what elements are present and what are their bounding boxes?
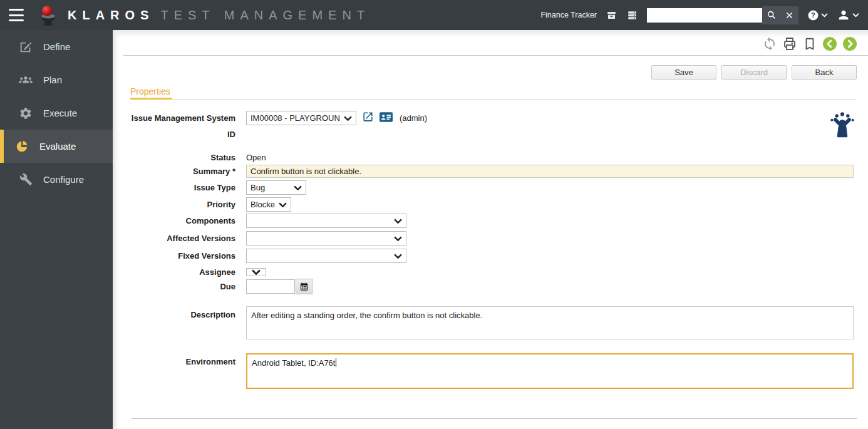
sidebar-item-label: Define: [43, 41, 70, 52]
tab-properties[interactable]: Properties: [130, 86, 170, 96]
affected-versions-label: Affected Versions: [113, 234, 241, 243]
priority-label: Priority: [113, 200, 241, 209]
top-bar: KLAROS TEST MANAGEMENT Finance Tracker ?: [0, 0, 868, 30]
issue-management-system-select[interactable]: IM00008 - PLAYGROUND: [246, 111, 356, 125]
tab-active-indicator: [130, 98, 172, 100]
wrench-icon: [18, 172, 33, 187]
text-cursor: [336, 358, 336, 367]
due-row: Due: [113, 279, 313, 294]
components-row: Components: [113, 214, 406, 228]
sidebar-item-plan[interactable]: Plan: [0, 63, 113, 96]
issue-type-select[interactable]: Bug: [246, 180, 306, 195]
description-label: Description: [113, 306, 241, 319]
project-selector-label[interactable]: Finance Tracker: [540, 11, 597, 19]
sidebar-item-configure[interactable]: Configure: [0, 163, 113, 196]
search-submit-icon[interactable]: [762, 6, 780, 24]
status-value: Open: [246, 153, 266, 162]
assignee-row: Assignee: [113, 267, 266, 277]
toolbar-divider: [123, 55, 868, 56]
description-textarea[interactable]: After editing a standing order, the conf…: [246, 306, 854, 339]
open-external-icon[interactable]: [362, 111, 374, 125]
status-label: Status: [113, 153, 241, 162]
sidebar-item-label: Plan: [43, 75, 62, 85]
app-subtitle: TEST MANAGEMENT: [160, 8, 370, 23]
environment-row: Environment Android Tablet, ID:A76t: [113, 353, 854, 389]
chevron-down-icon: [394, 254, 402, 259]
discard-button[interactable]: Discard: [721, 65, 787, 80]
navigate-next-icon[interactable]: [842, 36, 857, 51]
calendar-icon[interactable]: [296, 279, 313, 294]
print-icon[interactable]: [782, 36, 797, 51]
chevron-down-icon: [821, 13, 828, 18]
sidebar: Define Plan Execute Evaluate Configure: [0, 30, 113, 429]
project-archive-icon[interactable]: [606, 9, 617, 21]
help-icon: ?: [807, 9, 819, 21]
due-label: Due: [113, 282, 241, 291]
klaros-logo: [36, 3, 60, 27]
chevron-down-icon: [279, 202, 287, 207]
assignee-label: Assignee: [113, 267, 241, 277]
sidebar-item-label: Execute: [43, 108, 77, 118]
jira-logo: [827, 109, 858, 140]
app-title: KLAROS: [68, 8, 154, 23]
action-buttons: Save Discard Back: [651, 65, 857, 80]
chevron-down-icon: [394, 219, 402, 224]
search-clear-icon[interactable]: [780, 6, 798, 24]
affected-versions-select[interactable]: [246, 231, 406, 246]
issue-management-system-label: Issue Management System: [113, 113, 241, 123]
due-date-input[interactable]: [246, 279, 295, 294]
chevron-down-icon: [344, 116, 352, 121]
components-select[interactable]: [246, 214, 406, 228]
user-menu[interactable]: [837, 8, 859, 22]
chevron-down-icon: [252, 269, 261, 275]
tab-divider: [130, 99, 856, 100]
required-marker: *: [232, 167, 235, 176]
credentials-card-icon[interactable]: [380, 112, 393, 125]
issue-management-system-row: Issue Management System IM00008 - PLAYGR…: [113, 111, 427, 125]
sidebar-item-label: Configure: [43, 174, 84, 185]
sidebar-item-evaluate[interactable]: Evaluate: [0, 130, 113, 163]
environment-textarea[interactable]: Android Tablet, ID:A76t: [246, 353, 854, 389]
people-icon: [18, 73, 33, 88]
user-icon: [837, 8, 850, 22]
server-stack-icon[interactable]: [626, 9, 638, 21]
priority-row: Priority Blocker: [113, 197, 291, 212]
help-menu[interactable]: ?: [807, 9, 828, 21]
summary-row: Summary *: [113, 165, 854, 178]
components-label: Components: [113, 216, 241, 225]
environment-label: Environment: [113, 353, 241, 366]
search-button-group: [762, 6, 798, 24]
sidebar-item-define[interactable]: Define: [0, 30, 113, 63]
id-label: ID: [113, 130, 241, 139]
save-button[interactable]: Save: [651, 65, 716, 80]
chevron-down-icon: [852, 13, 859, 18]
svg-text:?: ?: [811, 11, 815, 19]
description-row: Description After editing a standing ord…: [113, 306, 854, 339]
navigate-previous-icon[interactable]: [822, 36, 837, 51]
sidebar-item-label: Evaluate: [39, 141, 76, 152]
fixed-versions-row: Fixed Versions: [113, 249, 406, 263]
priority-select[interactable]: Blocker: [246, 197, 291, 212]
refresh-icon[interactable]: [762, 36, 777, 51]
section-divider: [132, 418, 857, 419]
summary-input[interactable]: [246, 165, 854, 178]
fixed-versions-select[interactable]: [246, 249, 406, 263]
fixed-versions-label: Fixed Versions: [113, 251, 241, 261]
id-row: ID: [113, 129, 246, 139]
affected-versions-row: Affected Versions: [113, 231, 406, 246]
gear-icon: [18, 106, 33, 121]
issue-type-label: Issue Type: [113, 183, 241, 192]
edit-icon: [18, 39, 33, 54]
chevron-down-icon: [294, 185, 302, 190]
issue-type-row: Issue Type Bug: [113, 180, 306, 195]
main-content: Save Discard Back Properties Issue Manag…: [113, 30, 868, 429]
chevron-down-icon: [394, 236, 402, 241]
hamburger-menu-icon[interactable]: [9, 9, 24, 21]
bookmark-icon[interactable]: [802, 36, 817, 51]
sidebar-item-execute[interactable]: Execute: [0, 96, 113, 130]
back-button[interactable]: Back: [792, 65, 857, 80]
page-toolbar: [762, 36, 857, 51]
search-input[interactable]: [647, 8, 762, 23]
assignee-select[interactable]: [246, 268, 266, 276]
status-row: Status Open: [113, 153, 266, 162]
